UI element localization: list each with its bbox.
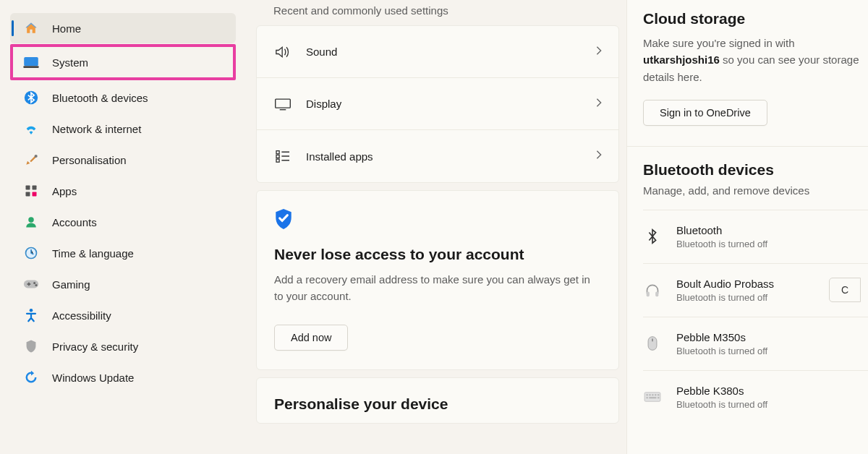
personalise-title: Personalise your device: [274, 395, 601, 413]
svg-rect-28: [646, 397, 647, 398]
right-column: Cloud storage Make sure you're signed in…: [626, 0, 868, 454]
sidebar-item-network[interactable]: Network & internet: [10, 113, 236, 144]
bt-device-name: Boult Audio Probass: [676, 278, 829, 290]
chevron-right-icon: [595, 46, 603, 59]
bluetooth-devices-section: Bluetooth devices Manage, add, and remov…: [627, 147, 868, 424]
svg-rect-21: [652, 338, 653, 341]
sidebar-item-label: Accounts: [52, 216, 97, 228]
bluetooth-row-master[interactable]: Bluetooth Bluetooth is turned off: [643, 210, 868, 263]
svg-rect-26: [655, 394, 656, 395]
row-label: Display: [306, 98, 595, 110]
bluetooth-row-text: Boult Audio Probass Bluetooth is turned …: [676, 278, 829, 303]
cloud-storage-desc: Make sure you're signed in with utkarshj…: [643, 35, 868, 85]
svg-rect-29: [649, 397, 656, 398]
recent-settings-card: Sound Display Installed apps: [256, 25, 619, 183]
sidebar-item-label: Home: [52, 22, 81, 35]
sidebar-item-time-language[interactable]: Time & language: [10, 238, 236, 268]
bluetooth-devices-subtitle: Manage, add, and remove devices: [643, 184, 868, 197]
svg-rect-25: [652, 394, 653, 395]
bluetooth-icon: [643, 227, 662, 246]
shield-check-icon: [274, 208, 601, 233]
cloud-desc-username: utkarshjoshi16: [643, 53, 720, 66]
svg-rect-19: [655, 292, 658, 297]
svg-rect-10: [24, 280, 38, 288]
sidebar-item-personalisation[interactable]: Personalisation: [10, 145, 236, 175]
nav-sidebar: Home System Bluetooth & devices Network …: [0, 0, 246, 454]
sidebar-item-home[interactable]: Home: [10, 13, 236, 43]
bluetooth-row-text: Pebble K380s Bluetooth is turned off: [676, 385, 861, 410]
bluetooth-row-text: Pebble M350s Bluetooth is turned off: [676, 331, 861, 356]
accessibility-icon: [23, 307, 39, 323]
sidebar-item-label: Accessibility: [52, 309, 111, 322]
speaker-icon: [273, 42, 293, 62]
sidebar-item-windows-update[interactable]: Windows Update: [10, 362, 236, 393]
cloud-desc-prefix: Make sure you're signed in with: [643, 37, 795, 49]
system-icon: [23, 54, 39, 70]
keyboard-icon: [643, 387, 662, 406]
mouse-icon: [643, 334, 662, 353]
sidebar-item-label: Time & language: [52, 247, 134, 260]
svg-rect-6: [26, 192, 30, 197]
account-card-desc: Add a recovery email address to make sur…: [274, 272, 592, 304]
sidebar-item-bluetooth[interactable]: Bluetooth & devices: [10, 82, 236, 113]
recent-row-sound[interactable]: Sound: [257, 26, 618, 78]
sidebar-item-gaming[interactable]: Gaming: [10, 269, 236, 299]
svg-rect-17: [276, 159, 279, 162]
svg-rect-15: [276, 151, 279, 154]
account-recovery-card: Never lose access to your account Add a …: [256, 190, 619, 370]
wifi-icon: [23, 121, 39, 137]
bt-device-action-button[interactable]: C: [829, 278, 861, 302]
bluetooth-row-pebble-m350s[interactable]: Pebble M350s Bluetooth is turned off: [643, 317, 868, 370]
svg-rect-16: [276, 155, 279, 158]
svg-rect-18: [647, 292, 650, 297]
sidebar-item-apps[interactable]: Apps: [10, 176, 236, 206]
svg-rect-23: [646, 394, 647, 395]
apps-icon: [23, 183, 39, 199]
recent-settings-caption: Recent and commonly used settings: [256, 0, 619, 25]
sidebar-item-label: Windows Update: [52, 372, 134, 384]
bluetooth-row-probass[interactable]: Boult Audio Probass Bluetooth is turned …: [643, 263, 868, 317]
svg-rect-5: [33, 186, 37, 190]
home-icon: [23, 20, 39, 36]
svg-rect-0: [24, 57, 38, 66]
svg-rect-30: [658, 397, 659, 398]
bt-device-status: Bluetooth is turned off: [676, 292, 829, 303]
account-card-title: Never lose access to your account: [274, 246, 601, 263]
recent-row-display[interactable]: Display: [257, 78, 618, 130]
chevron-right-icon: [595, 98, 603, 111]
bt-device-status: Bluetooth is turned off: [676, 346, 861, 356]
add-now-button[interactable]: Add now: [274, 325, 348, 351]
svg-rect-4: [26, 186, 30, 190]
svg-rect-1: [23, 66, 38, 68]
chevron-right-icon: [595, 150, 603, 163]
sidebar-item-accounts[interactable]: Accounts: [10, 207, 236, 237]
recent-row-installed-apps[interactable]: Installed apps: [257, 130, 618, 182]
bt-device-name: Pebble M350s: [676, 331, 861, 343]
svg-point-11: [33, 282, 35, 284]
sidebar-item-label: Apps: [52, 185, 77, 197]
sidebar-item-accessibility[interactable]: Accessibility: [10, 300, 236, 330]
gamepad-icon: [23, 276, 39, 292]
svg-rect-27: [658, 394, 659, 395]
svg-point-12: [35, 284, 37, 286]
sidebar-item-label: Bluetooth & devices: [52, 92, 148, 104]
sidebar-item-privacy[interactable]: Privacy & security: [10, 331, 236, 361]
bt-device-name: Bluetooth: [676, 224, 861, 236]
personalise-device-card: Personalise your device: [256, 377, 619, 424]
sign-in-onedrive-button[interactable]: Sign in to OneDrive: [643, 100, 767, 126]
bt-device-status: Bluetooth is turned off: [676, 399, 861, 410]
sidebar-item-system[interactable]: System: [10, 44, 236, 80]
svg-rect-14: [276, 99, 291, 108]
svg-rect-24: [649, 394, 650, 395]
list-apps-icon: [273, 146, 293, 166]
monitor-icon: [273, 94, 293, 114]
svg-point-8: [28, 217, 34, 223]
bluetooth-icon: [23, 90, 39, 106]
svg-rect-7: [33, 192, 37, 197]
row-label: Installed apps: [306, 150, 595, 163]
paintbrush-icon: [23, 152, 39, 168]
main-column: Recent and commonly used settings Sound …: [256, 0, 619, 454]
headphones-icon: [643, 280, 662, 299]
cloud-storage-title: Cloud storage: [643, 10, 868, 27]
bluetooth-row-pebble-k380s[interactable]: Pebble K380s Bluetooth is turned off: [643, 370, 868, 424]
